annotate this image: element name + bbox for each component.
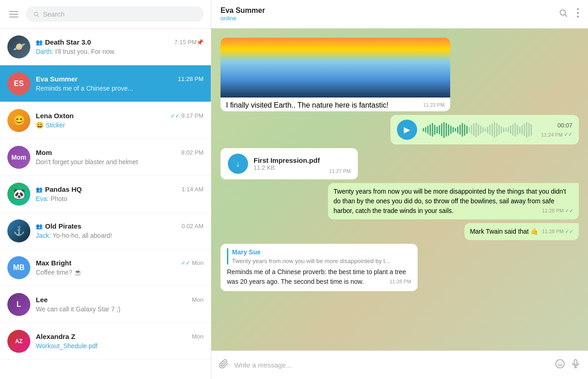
file-download-button[interactable]: ↓ xyxy=(228,154,248,174)
attach-icon[interactable] xyxy=(219,359,229,372)
svg-point-4 xyxy=(577,8,579,10)
chat-list-item[interactable]: 🐼 👥 Pandas HQ 1:14 AM Eva: Photo xyxy=(0,176,211,212)
chat-list-item[interactable]: 🪐 👥 Death Star 3.0 7:15 PM📌 Darth: I'll … xyxy=(0,29,211,65)
emoji-icon[interactable] xyxy=(555,359,565,372)
chat-preview: Coffee time? ☕ xyxy=(36,269,164,276)
group-icon: 👥 xyxy=(36,39,43,46)
message-time: 11:28 PM ✓✓ xyxy=(542,207,573,215)
waveform-bar xyxy=(498,125,500,135)
waveform-bar xyxy=(466,126,468,134)
caption-text: I finally visited Earth.. The nature her… xyxy=(226,101,389,109)
waveform-bar xyxy=(441,123,442,136)
avatar: 🪐 xyxy=(7,35,30,58)
chat-info: Eva Summer 11:28 PM Reminds me of a Chin… xyxy=(36,75,204,92)
chat-list-item[interactable]: AZ Alexandra Z Mon Workout_Shedule.pdf xyxy=(0,323,211,360)
group-icon: 👥 xyxy=(36,223,43,230)
search-header-icon[interactable] xyxy=(559,8,568,20)
search-input[interactable] xyxy=(43,10,196,18)
text-message: Twenty years from now you will be more d… xyxy=(328,183,579,219)
waveform-bar xyxy=(480,126,481,134)
chat-preview: Eva: Photo xyxy=(36,195,164,202)
chat-meta: 👥 Death Star 3.0 7:15 PM📌 xyxy=(36,38,204,46)
more-options-icon[interactable] xyxy=(577,8,579,20)
message-input[interactable] xyxy=(234,361,549,369)
chat-list-item[interactable]: L Lee Mon We can call it Galaxy Star 7 ;… xyxy=(0,286,211,323)
svg-point-2 xyxy=(560,10,565,15)
waveform-bar xyxy=(492,123,493,136)
chat-info: Max Bright ✓✓ Mon Coffee time? ☕ xyxy=(36,259,204,276)
waveform-bar xyxy=(450,126,452,134)
chat-panel: Eva Summer online xyxy=(211,0,588,379)
chat-list-item[interactable]: 😊 Lena Oxton ✓✓ 9:17 PM 😀 Sticker xyxy=(0,102,211,139)
message-time: 11:28 PM ✓✓ xyxy=(542,228,573,235)
chat-time: 7:15 PM📌 xyxy=(175,39,204,46)
preview-sender: Eva: xyxy=(36,195,51,202)
chat-preview: We can call it Galaxy Star 7 ;) xyxy=(36,305,164,313)
svg-point-5 xyxy=(577,12,579,14)
waveform-bar xyxy=(512,124,514,136)
waveform-bar xyxy=(425,127,426,132)
waveform-bar xyxy=(462,123,463,137)
waveform-bar xyxy=(517,125,518,135)
chat-time: 8:02 PM xyxy=(181,149,204,156)
chat-time: 11:28 PM xyxy=(178,75,204,82)
chat-list-item[interactable]: ⚓ 👥 Old Pirates 0:02 AM Jack: Yo-ho-ho, … xyxy=(0,212,211,249)
chat-header-name: Eva Summer xyxy=(220,6,559,15)
chat-preview: Workout_Shedule.pdf xyxy=(36,342,164,350)
chat-name: Lena Oxton xyxy=(36,112,74,120)
pin-icon: 📌 xyxy=(197,39,204,46)
message-time: 11:23 PM xyxy=(423,102,445,108)
chat-meta: Lee Mon xyxy=(36,296,204,304)
preview-sender: Jack: xyxy=(36,232,52,239)
waveform-bar xyxy=(514,123,516,137)
waveform-bar xyxy=(501,126,502,133)
waveform-bar xyxy=(496,123,498,137)
voice-message: ▶ 00:07 11:24 PM ✓✓ xyxy=(390,115,579,144)
check-icon: ✓✓ xyxy=(181,260,192,266)
waveform-bar xyxy=(528,123,530,137)
chat-background: I finally visited Earth.. The nature her… xyxy=(211,29,588,350)
image-message: I finally visited Earth.. The nature her… xyxy=(220,38,450,111)
voice-duration: 00:07 xyxy=(557,122,572,129)
avatar: AZ xyxy=(7,330,30,353)
chat-preview: 😀 Sticker xyxy=(36,121,164,129)
svg-rect-10 xyxy=(574,359,577,364)
chat-preview: Reminds me of a Chinese prove... xyxy=(36,85,164,92)
waveform-bar xyxy=(427,126,429,134)
chat-name: Max Bright xyxy=(36,259,72,267)
chat-header-status: online xyxy=(220,15,559,22)
message-text: Twenty years from now you will be more d… xyxy=(334,188,566,214)
waveform-bar xyxy=(430,124,431,136)
chat-input-bar xyxy=(211,350,588,379)
chat-header-actions xyxy=(559,8,579,20)
chat-list-item[interactable]: ES Eva Summer 11:28 PM Reminds me of a C… xyxy=(0,65,211,102)
quote-author: Mary Sue xyxy=(232,248,411,256)
chat-preview: Jack: Yo-ho-ho, all aboard! xyxy=(36,232,164,239)
chat-list-item[interactable]: MB Max Bright ✓✓ Mon Coffee time? ☕ xyxy=(0,249,211,286)
waveform-bar xyxy=(439,125,440,134)
message-row: Twenty years from now you will be more d… xyxy=(220,183,579,219)
group-icon: 👥 xyxy=(36,186,43,193)
message-time: 11:28 PM xyxy=(390,278,411,286)
message-row: Mary Sue Twenty years from now you will … xyxy=(220,244,579,291)
waveform-bar xyxy=(478,124,479,136)
menu-icon[interactable] xyxy=(7,9,20,19)
image-content xyxy=(220,38,450,98)
quote-message: Mary Sue Twenty years from now you will … xyxy=(220,244,418,291)
chat-name: Mom xyxy=(36,149,52,156)
message-row: I finally visited Earth.. The nature her… xyxy=(220,38,579,111)
waveform-bar xyxy=(455,128,456,132)
search-box[interactable] xyxy=(26,6,204,22)
message-row: ▶ 00:07 11:24 PM ✓✓ xyxy=(220,115,579,144)
voice-play-button[interactable]: ▶ xyxy=(397,120,417,140)
chat-meta: Eva Summer 11:28 PM xyxy=(36,75,204,83)
preview-text: 😀 Sticker xyxy=(36,121,65,129)
chat-list-item[interactable]: Mom Mom 8:02 PM Don't forget your blaste… xyxy=(0,139,211,176)
mic-icon[interactable] xyxy=(571,359,581,372)
chat-meta: Lena Oxton ✓✓ 9:17 PM xyxy=(36,112,204,120)
chat-list: 🪐 👥 Death Star 3.0 7:15 PM📌 Darth: I'll … xyxy=(0,29,211,379)
chat-meta: 👥 Pandas HQ 1:14 AM xyxy=(36,185,204,193)
search-icon xyxy=(33,11,39,17)
svg-line-1 xyxy=(37,15,39,17)
chat-preview: Darth: I'll trust you. For now. xyxy=(36,48,164,55)
